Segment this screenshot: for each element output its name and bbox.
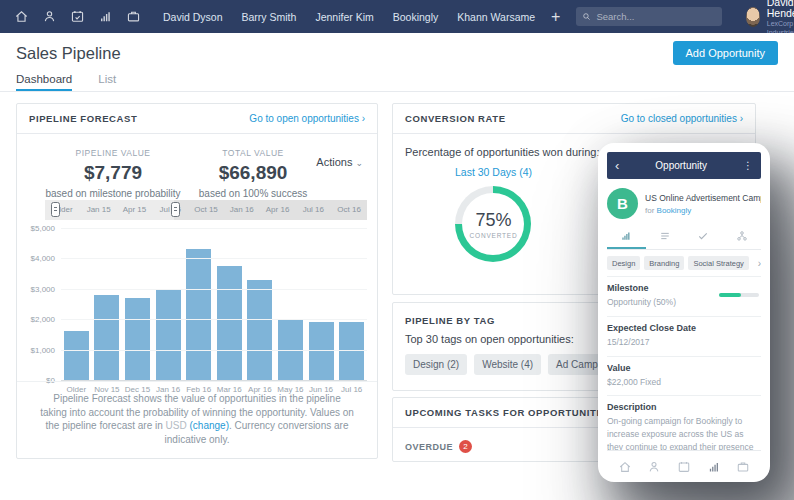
bar-jan-16[interactable]: [156, 289, 181, 380]
tab-related[interactable]: [723, 226, 762, 249]
donut-30-caption: CONVERTED: [470, 232, 518, 239]
nav-tab-khann-warsame[interactable]: Khann Warsame: [457, 11, 535, 23]
opportunity-summary: B US Online Advertisement Campaign for B…: [607, 188, 761, 219]
total-value-caption: based on 100% success: [183, 188, 323, 199]
sitemap-icon: [736, 230, 748, 242]
app-root: David DysonBarry SmithJennifer KimBookin…: [0, 0, 794, 500]
opportunity-title: US Online Advertisement Campaign: [645, 193, 761, 203]
field-value[interactable]: Value $22,000 Fixed: [607, 357, 761, 397]
kebab-menu-icon[interactable]: ⋮: [743, 160, 753, 171]
phone-tag[interactable]: Social Strategy: [688, 256, 748, 270]
add-new-icon[interactable]: +: [551, 8, 560, 26]
closed-opportunities-link[interactable]: Go to closed opportunities ›: [621, 113, 743, 124]
bar-slot: Older: [61, 228, 92, 380]
slider-label: Jan 15: [81, 200, 117, 220]
nav-tab-barry-smith[interactable]: Barry Smith: [242, 11, 297, 23]
pipeline-value: $7,779: [43, 162, 183, 184]
bar-dec-15[interactable]: [125, 298, 150, 380]
pipeline-value-caption: based on milestone probability: [43, 188, 183, 199]
mobile-opportunity-card: ‹ Opportunity ⋮ B US Online Advertisemen…: [598, 143, 770, 482]
user-profile-menu[interactable]: David Henders LexCorp Industries ▾: [746, 0, 794, 37]
bar-jul-16[interactable]: [339, 322, 364, 380]
y-axis-tick: $5,000: [31, 224, 55, 233]
tag-pill[interactable]: Website (4): [474, 354, 541, 375]
bar-jun-16[interactable]: [309, 322, 334, 380]
check-icon: [697, 230, 709, 242]
pipeline-value-label: PIPELINE VALUE: [43, 148, 183, 158]
user-name: David Henders: [767, 0, 794, 19]
search-box[interactable]: [576, 7, 722, 26]
chevron-down-icon: ⌄: [355, 158, 363, 168]
phone-tag[interactable]: Design: [607, 256, 640, 270]
bar-slot: Mar 16: [214, 228, 245, 380]
reports-icon[interactable]: [98, 9, 113, 24]
search-input[interactable]: [596, 11, 716, 22]
chevron-right-icon[interactable]: ›: [758, 258, 761, 269]
bar-feb-16[interactable]: [186, 249, 211, 380]
slider-label: Oct 15: [188, 200, 224, 220]
nav-tab-bookingly[interactable]: Bookingly: [393, 11, 439, 23]
value-label: Value: [607, 363, 761, 373]
add-opportunity-button[interactable]: Add Opportunity: [673, 41, 779, 65]
gridline: $5,000: [61, 228, 367, 229]
contacts-icon[interactable]: [647, 460, 661, 474]
briefcase-icon[interactable]: [126, 9, 141, 24]
phone-tag-list: DesignBrandingSocial Strategy›: [607, 250, 761, 277]
company-link[interactable]: Bookingly: [657, 206, 692, 215]
field-close-date[interactable]: Expected Close Date 15/12/2017: [607, 317, 761, 357]
actions-dropdown[interactable]: Actions ⌄: [316, 156, 363, 168]
field-milestone[interactable]: Milestone Opportunity (50%): [607, 277, 761, 317]
bar-apr-16[interactable]: [247, 280, 272, 380]
tab-tasks[interactable]: [684, 226, 723, 249]
navbar-pinned-items: David DysonBarry SmithJennifer KimBookin…: [163, 11, 535, 23]
open-opportunities-link[interactable]: Go to open opportunities ›: [249, 113, 365, 124]
briefcase-icon[interactable]: [736, 460, 750, 474]
phone-tab-bar: [607, 226, 761, 250]
chart-bars: OlderNov 15Dec 15Jan 16Feb 16Mar 16Apr 1…: [61, 228, 367, 380]
last-30-days-link[interactable]: Last 30 Days (4): [455, 166, 532, 178]
forecast-footnote: Pipeline Forecast shows the value of opp…: [17, 381, 377, 458]
slider-labels: OlderJan 15Apr 15Jul 15Oct 15Jan 16Apr 1…: [45, 200, 367, 220]
timeline-range-slider[interactable]: OlderJan 15Apr 15Jul 15Oct 15Jan 16Apr 1…: [45, 200, 367, 220]
slider-label: Oct 16: [331, 200, 367, 220]
y-axis-tick: $3,000: [31, 284, 55, 293]
bar-slot: Nov 15: [92, 228, 123, 380]
gridline: $3,000: [61, 289, 367, 290]
slider-handle-right[interactable]: [171, 202, 180, 217]
phone-header: ‹ Opportunity ⋮: [607, 152, 761, 179]
tag-pill[interactable]: Design (2): [405, 354, 467, 375]
user-avatar: [746, 7, 759, 27]
pipeline-value-stat: PIPELINE VALUE $7,779 based on milestone…: [43, 148, 183, 199]
bar-older[interactable]: [64, 331, 89, 380]
reports-icon[interactable]: [707, 460, 721, 474]
pipeline-by-tag-title: PIPELINE BY TAG: [405, 315, 495, 326]
overdue-label: OVERDUE: [405, 442, 453, 452]
tab-dashboard[interactable]: Dashboard: [16, 73, 72, 91]
nav-tab-jennifer-kim[interactable]: Jennifer Kim: [315, 11, 373, 23]
change-currency-link[interactable]: (change): [190, 420, 229, 431]
calendar-icon[interactable]: [677, 460, 691, 474]
value-value: $22,000 Fixed: [607, 376, 761, 389]
tab-stats[interactable]: [607, 226, 646, 249]
tab-list[interactable]: List: [98, 73, 116, 91]
nav-tab-david-dyson[interactable]: David Dyson: [163, 11, 223, 23]
contacts-icon[interactable]: [42, 9, 57, 24]
calendar-icon[interactable]: [70, 9, 85, 24]
page-title: Sales Pipeline: [16, 44, 121, 63]
tab-notes[interactable]: [646, 226, 685, 249]
navbar-icon-group: [14, 9, 141, 24]
phone-bottom-nav: [607, 450, 761, 473]
conversion-rate-title: CONVERSION RATE: [405, 113, 506, 124]
slider-label: Jul 16: [295, 200, 331, 220]
milestone-label: Milestone: [607, 283, 761, 293]
slider-handle-left[interactable]: [51, 202, 60, 217]
slider-label: Apr 15: [117, 200, 153, 220]
currency-code: USD: [166, 420, 187, 431]
home-icon[interactable]: [618, 460, 632, 474]
phone-tag[interactable]: Branding: [644, 256, 684, 270]
donut-30-days: 75% CONVERTED: [455, 186, 531, 262]
chart-plot-area: OlderNov 15Dec 15Jan 16Feb 16Mar 16Apr 1…: [61, 228, 367, 380]
bar-nov-15[interactable]: [94, 295, 119, 380]
home-icon[interactable]: [14, 9, 29, 24]
bar-mar-16[interactable]: [217, 266, 242, 380]
